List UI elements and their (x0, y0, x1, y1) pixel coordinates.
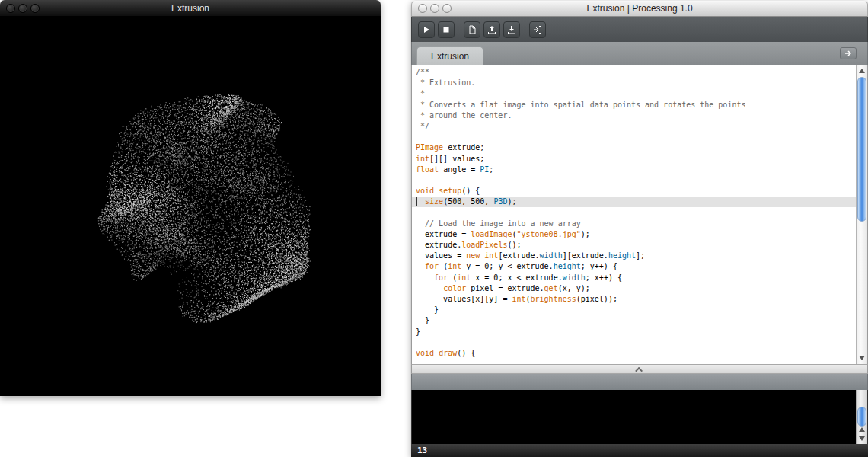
down-arrow-icon (859, 436, 865, 441)
ide-window-title: Extrusion | Processing 1.0 (412, 3, 867, 14)
code-line[interactable] (412, 337, 856, 348)
scroll-up-button[interactable] (857, 66, 867, 76)
zoom-button[interactable] (442, 4, 452, 13)
stop-button[interactable] (438, 21, 455, 38)
code-line[interactable]: void setup() { (412, 186, 856, 197)
code-line[interactable]: extrude = loadImage("ystone08.jpg"); (412, 229, 856, 240)
code-line[interactable]: * around the center. (412, 110, 856, 121)
code-line[interactable]: void draw() { (412, 348, 856, 359)
export-button[interactable] (529, 21, 546, 38)
editor-scrollbar-thumb[interactable] (857, 77, 866, 222)
code-line[interactable]: * (412, 88, 856, 99)
sketch-titlebar[interactable]: Extrusion (0, 0, 381, 17)
run-button[interactable] (418, 21, 435, 38)
close-button[interactable] (418, 4, 427, 13)
code-line[interactable]: int[][] values; (412, 154, 856, 165)
sketch-window: Extrusion (0, 0, 381, 396)
code-line[interactable]: /** (412, 67, 856, 78)
code-line[interactable]: * Converts a flat image into spatial dat… (412, 100, 856, 110)
tab-label: Extrusion (431, 51, 469, 62)
tab-menu-button[interactable] (840, 47, 857, 59)
up-arrow-icon (859, 69, 865, 73)
open-sketch-button[interactable] (483, 21, 500, 38)
code-line[interactable]: } (412, 315, 856, 326)
down-arrow-icon (859, 356, 865, 360)
code-line[interactable] (412, 175, 856, 186)
code-line[interactable]: PImage extrude; (412, 142, 856, 153)
console[interactable] (411, 390, 868, 444)
console-scrollbar-thumb[interactable] (857, 407, 866, 427)
editor-horizontal-scrollbar[interactable] (411, 364, 868, 374)
scroll-down-button[interactable] (857, 353, 867, 363)
ide-window-controls (412, 4, 452, 13)
new-file-icon (468, 25, 477, 34)
code-line-current[interactable]: size(500, 500, P3D); (412, 197, 856, 207)
zoom-button[interactable] (30, 4, 40, 13)
code-line[interactable] (412, 132, 856, 142)
sketch-window-controls (0, 4, 40, 13)
sketch-window-title: Extrusion (0, 3, 381, 14)
close-button[interactable] (6, 4, 15, 13)
play-icon (423, 26, 430, 34)
code-line[interactable]: } (412, 327, 856, 337)
tab-menu-arrow-icon (844, 50, 852, 56)
console-scroll-arrows (857, 425, 867, 443)
message-area (411, 374, 868, 390)
current-line-number: 13 (411, 446, 427, 455)
code-line[interactable] (412, 207, 856, 218)
export-arrow-right-icon (533, 25, 542, 34)
code-line[interactable]: */ (412, 121, 856, 132)
minimize-button[interactable] (430, 4, 439, 13)
minimize-button[interactable] (18, 4, 27, 13)
code-area[interactable]: /** * Extrusion. * * Converts a flat ima… (412, 65, 856, 359)
tab-extrusion[interactable]: Extrusion (416, 46, 483, 65)
code-line[interactable]: float angle = PI; (412, 165, 856, 175)
code-editor[interactable]: /** * Extrusion. * * Converts a flat ima… (411, 65, 868, 364)
scroll-down-button[interactable] (857, 434, 867, 443)
up-arrow-icon (859, 427, 865, 432)
editor-scrollbar[interactable] (856, 65, 867, 364)
code-line[interactable]: for (int y = 0; y < extrude.height; y++)… (412, 261, 856, 272)
ide-window: Extrusion | Processing 1.0 Extrusion /** (411, 0, 868, 457)
console-scrollbar[interactable] (856, 390, 867, 444)
code-line[interactable]: color pixel = extrude.get(x, y); (412, 283, 856, 294)
ide-titlebar[interactable]: Extrusion | Processing 1.0 (411, 0, 868, 17)
status-bar: 13 (411, 444, 868, 457)
code-line[interactable]: values[x][y] = int(brightness(pixel)); (412, 294, 856, 305)
stop-icon (442, 26, 450, 34)
open-arrow-up-icon (487, 25, 496, 34)
tab-strip: Extrusion (411, 42, 868, 65)
save-sketch-button[interactable] (503, 21, 520, 38)
code-line[interactable]: } (412, 305, 856, 315)
splitter-grip[interactable] (633, 366, 646, 373)
sketch-point-cloud-canvas (0, 17, 381, 396)
ide-toolbar (411, 17, 868, 42)
code-line[interactable]: * Extrusion. (412, 78, 856, 88)
scroll-up-button[interactable] (857, 425, 867, 434)
code-line[interactable]: for (int x = 0; x < extrude.width; x++) … (412, 273, 856, 283)
code-line[interactable]: values = new int[extrude.width][extrude.… (412, 251, 856, 261)
save-arrow-down-icon (507, 25, 516, 34)
text-cursor (416, 197, 417, 206)
new-sketch-button[interactable] (464, 21, 480, 38)
code-line[interactable]: // Load the image into a new array (412, 219, 856, 229)
code-line[interactable]: extrude.loadPixels(); (412, 240, 856, 251)
